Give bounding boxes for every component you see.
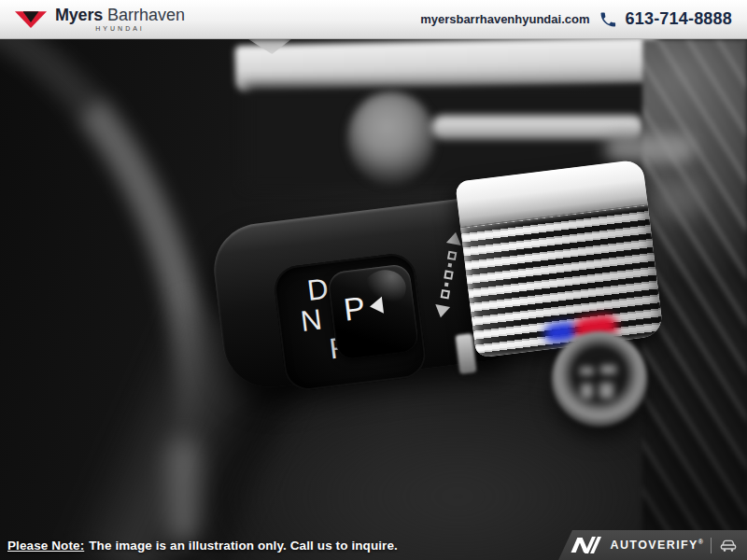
phone-number[interactable]: 613-714-8888 — [626, 9, 733, 29]
gear-label-d: D — [305, 273, 330, 304]
car-icon — [719, 539, 738, 553]
registered-symbol: ® — [698, 539, 703, 545]
arrow-down-icon — [433, 304, 450, 319]
autoverify-logo-icon — [571, 537, 602, 553]
start-button-glyph — [600, 365, 616, 374]
indicator-dot-icon — [444, 283, 449, 287]
gear-panel: D N R P — [272, 251, 428, 393]
phone-icon — [599, 10, 617, 29]
start-button-glyph — [581, 384, 593, 399]
disclaimer-text: The image is an illustration only. Call … — [89, 539, 398, 553]
blurred-dash-patch — [654, 179, 702, 217]
indicator-dot-icon — [448, 263, 453, 268]
indicator-square-icon — [446, 251, 456, 260]
park-select-arrow-icon — [369, 297, 384, 315]
dealer-logo: Myers Barrhaven HYUNDAI — [15, 7, 185, 32]
dashboard-vent-slat — [234, 39, 657, 92]
dealer-name-bold: Myers — [55, 7, 103, 23]
start-button-glyph — [599, 383, 613, 399]
dealer-name: Myers Barrhaven HYUNDAI — [55, 7, 185, 32]
dealer-name-row: Myers Barrhaven — [55, 7, 185, 23]
start-button-glyph — [580, 367, 594, 375]
indicator-square-icon — [444, 270, 453, 279]
page: Myers Barrhaven HYUNDAI myersbarrhavenhy… — [0, 0, 747, 560]
vehicle-photo: D N R P — [0, 39, 747, 560]
engine-start-button — [552, 331, 647, 427]
dealer-name-regular: Barrhaven — [107, 7, 185, 23]
myers-logo-icon — [15, 10, 47, 28]
disclaimer-note: Please Note:The image is an illustration… — [7, 539, 398, 553]
park-button: P — [327, 263, 419, 360]
dealer-name-sub: HYUNDAI — [95, 25, 145, 32]
gear-label-p: P — [342, 291, 367, 326]
gear-label-n: N — [299, 304, 323, 335]
vent-knob — [347, 91, 435, 185]
website-link[interactable]: myersbarrhavenhyundai.com — [420, 12, 589, 26]
autoverify-wordmark: AUTOVERIFY® — [610, 539, 703, 552]
autoverify-name: AUTOVERIFY — [610, 539, 698, 552]
disclaimer-label: Please Note: — [7, 539, 84, 553]
autoverify-banner: AUTOVERIFY® — [558, 530, 747, 560]
column-highlight — [168, 439, 200, 543]
header-bar: Myers Barrhaven HYUNDAI myersbarrhavenhy… — [0, 0, 747, 39]
indicator-square-icon — [440, 289, 449, 299]
header-contact: myersbarrhavenhyundai.com 613-714-8888 — [420, 9, 732, 29]
banner-divider — [711, 538, 712, 553]
